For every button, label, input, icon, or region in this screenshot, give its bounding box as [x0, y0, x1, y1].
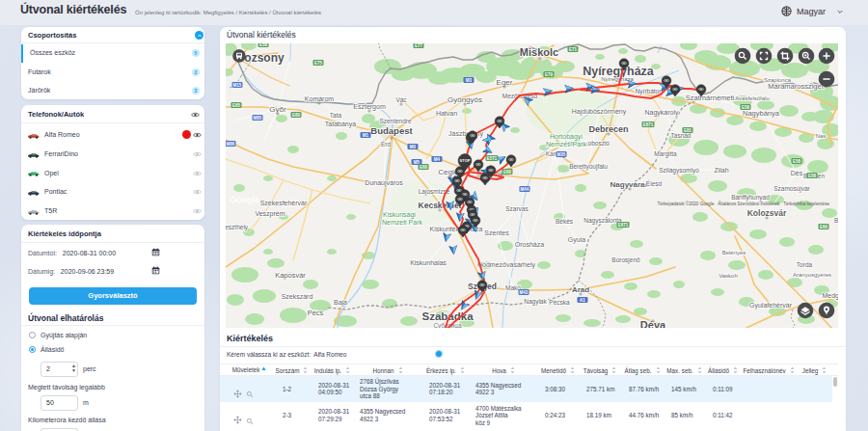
svg-text:Google: Google	[230, 194, 259, 204]
svg-text:E573: E573	[487, 156, 498, 161]
svg-text:Pécska: Pécska	[549, 299, 570, 306]
svg-text:Margitta: Margitta	[654, 150, 677, 158]
svg-text:E65: E65	[232, 103, 241, 108]
svg-text:Szekszárd: Szekszárd	[282, 293, 313, 300]
svg-text:Bánffyhunyad: Bánffyhunyad	[731, 194, 770, 202]
svg-text:Kiskunsági: Kiskunsági	[383, 211, 416, 219]
svg-text:Kolozsvár: Kolozsvár	[747, 208, 787, 218]
svg-text:E671: E671	[618, 223, 629, 228]
svg-text:Baja: Baja	[334, 299, 347, 307]
svg-text:Hódmezővásárhely: Hódmezővásárhely	[477, 261, 535, 269]
svg-text:M0: M0	[410, 145, 417, 149]
svg-text:Élesd: Élesd	[646, 179, 663, 187]
svg-text:Nemzeti Park: Nemzeti Park	[546, 141, 587, 148]
svg-text:Nagylak: Nagylak	[524, 298, 547, 306]
svg-text:Avasfelsőfalu: Avasfelsőfalu	[735, 95, 770, 101]
svg-text:Be: Be	[834, 217, 838, 224]
svg-text:Pécs: Pécs	[308, 309, 324, 317]
svg-text:E81: E81	[684, 128, 692, 133]
svg-text:STOP: STOP	[460, 158, 471, 163]
svg-text:E58: E58	[808, 174, 817, 178]
svg-text:E60: E60	[503, 170, 512, 175]
svg-text:M5: M5	[414, 160, 420, 165]
svg-text:E79: E79	[545, 72, 554, 77]
svg-text:E60: E60	[292, 113, 301, 118]
svg-text:Nagyszalonta: Nagyszalonta	[583, 217, 622, 225]
svg-text:Vác: Vác	[395, 96, 407, 103]
svg-text:Nagybánya: Nagybánya	[743, 109, 780, 118]
svg-text:ozsony: ozsony	[244, 51, 285, 65]
svg-text:E58: E58	[793, 159, 801, 164]
svg-text:M1: M1	[363, 133, 369, 138]
svg-text:M43: M43	[520, 290, 529, 295]
svg-text:E77: E77	[415, 43, 423, 48]
svg-text:Szarvas: Szarvas	[505, 205, 529, 212]
svg-text:M4: M4	[434, 157, 441, 162]
svg-text:Nyírbátor: Nyírbátor	[636, 88, 663, 95]
svg-text:Kaposvár: Kaposvár	[275, 271, 306, 280]
svg-text:Gyulafehérvár: Gyulafehérvár	[749, 302, 793, 310]
svg-text:Dunaújváros: Dunaújváros	[365, 179, 403, 187]
svg-text:Belényes: Belényes	[722, 250, 746, 256]
svg-text:Vaskoh: Vaskoh	[719, 273, 738, 279]
svg-text:Szentendre: Szentendre	[379, 118, 412, 124]
svg-text:E671: E671	[643, 122, 654, 127]
svg-text:A1: A1	[580, 298, 585, 303]
svg-text:E60: E60	[420, 165, 428, 170]
svg-text:Tatabánya: Tatabánya	[325, 121, 356, 128]
svg-text:Tata: Tata	[330, 112, 342, 119]
svg-text:M85: M85	[254, 116, 262, 121]
svg-text:Dés: Dés	[791, 170, 803, 176]
svg-text:Veszprém: Veszprém	[255, 210, 285, 218]
svg-text:Torda: Torda	[797, 261, 813, 268]
svg-text:E58: E58	[742, 105, 750, 110]
svg-text:Borosjenő: Borosjenő	[611, 256, 640, 264]
svg-text:E71: E71	[569, 47, 578, 52]
svg-text:Hortobágyi: Hortobágyi	[550, 133, 583, 141]
svg-text:E75: E75	[314, 61, 323, 66]
svg-text:E60: E60	[820, 225, 828, 229]
svg-text:Térképadatok ©2020 Google Ál: Térképadatok ©2020 Google Általános Szer…	[657, 201, 829, 206]
svg-text:E58: E58	[259, 43, 268, 47]
svg-text:M86: M86	[227, 142, 235, 147]
svg-text:Szaplonca: Szaplonca	[764, 77, 792, 83]
svg-text:Tasnád: Tasnád	[671, 132, 692, 139]
svg-text:M35: M35	[557, 152, 566, 157]
svg-text:Berettyóújfalu: Berettyóújfalu	[569, 163, 608, 171]
svg-text:Komárom: Komárom	[305, 95, 335, 102]
svg-text:M44: M44	[521, 187, 529, 192]
svg-text:Orosháza: Orosháza	[515, 241, 544, 248]
svg-text:M15: M15	[233, 83, 242, 88]
svg-text:Szamosújvár: Szamosújvár	[773, 185, 810, 193]
svg-text:Nas: Nas	[816, 133, 827, 139]
svg-text:Kiskunhalas: Kiskunhalas	[410, 259, 447, 266]
svg-text:Miskolc: Miskolc	[520, 46, 558, 58]
svg-text:Székesfehérvár: Székesfehérvár	[260, 200, 308, 206]
svg-text:Medgy: Medgy	[822, 292, 838, 300]
svg-text:Nagykároly: Nagykároly	[644, 109, 679, 117]
svg-text:Zilah: Zilah	[714, 167, 728, 174]
svg-text:Érd: Érd	[381, 140, 392, 148]
svg-text:Aranyosgyéres: Aranyosgyéres	[793, 272, 831, 278]
svg-text:Budapest: Budapest	[370, 125, 413, 136]
svg-text:Kecskemét: Kecskemét	[419, 201, 462, 210]
svg-text:Szatmárnémeti: Szatmárnémeti	[686, 94, 735, 102]
svg-text:Keszthely: Keszthely	[226, 224, 249, 231]
svg-text:Békés: Békés	[556, 218, 574, 225]
svg-text:M3: M3	[466, 78, 473, 83]
svg-text:Máramarossziget: Máramarossziget	[768, 82, 824, 91]
svg-text:Hatvan: Hatvan	[436, 110, 457, 117]
svg-text:Hajdúböszörmény: Hajdúböszörmény	[572, 108, 627, 116]
svg-text:Szilágysomlyó: Szilágysomlyó	[659, 167, 699, 175]
svg-text:Nemzeti Park: Nemzeti Park	[382, 219, 423, 226]
svg-text:Gyula: Gyula	[568, 236, 585, 244]
svg-text:Szentes: Szentes	[484, 229, 509, 236]
